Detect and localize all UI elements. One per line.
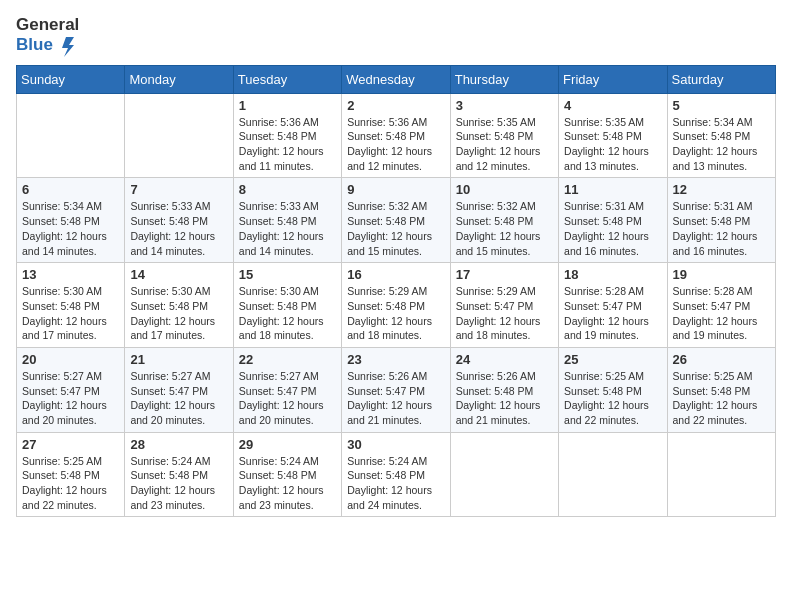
sunset-text: Sunset: 5:48 PM — [347, 215, 425, 227]
day-number: 19 — [673, 267, 770, 282]
sunrise-text: Sunrise: 5:29 AM — [347, 285, 427, 297]
day-info: Sunrise: 5:26 AMSunset: 5:47 PMDaylight:… — [347, 369, 444, 428]
day-info: Sunrise: 5:24 AMSunset: 5:48 PMDaylight:… — [347, 454, 444, 513]
sunset-text: Sunset: 5:47 PM — [564, 300, 642, 312]
sunset-text: Sunset: 5:48 PM — [456, 385, 534, 397]
day-info: Sunrise: 5:33 AMSunset: 5:48 PMDaylight:… — [130, 199, 227, 258]
sunset-text: Sunset: 5:48 PM — [239, 300, 317, 312]
calendar-cell: 30Sunrise: 5:24 AMSunset: 5:48 PMDayligh… — [342, 432, 450, 517]
daylight-text: Daylight: 12 hours and 21 minutes. — [347, 399, 432, 426]
calendar-cell: 7Sunrise: 5:33 AMSunset: 5:48 PMDaylight… — [125, 178, 233, 263]
sunrise-text: Sunrise: 5:24 AM — [347, 455, 427, 467]
col-header-wednesday: Wednesday — [342, 65, 450, 93]
sunrise-text: Sunrise: 5:30 AM — [22, 285, 102, 297]
daylight-text: Daylight: 12 hours and 14 minutes. — [239, 230, 324, 257]
daylight-text: Daylight: 12 hours and 19 minutes. — [673, 315, 758, 342]
sunset-text: Sunset: 5:48 PM — [564, 385, 642, 397]
daylight-text: Daylight: 12 hours and 22 minutes. — [673, 399, 758, 426]
sunset-text: Sunset: 5:47 PM — [130, 385, 208, 397]
calendar-cell — [667, 432, 775, 517]
day-number: 30 — [347, 437, 444, 452]
sunset-text: Sunset: 5:48 PM — [239, 469, 317, 481]
day-number: 5 — [673, 98, 770, 113]
sunrise-text: Sunrise: 5:31 AM — [564, 200, 644, 212]
daylight-text: Daylight: 12 hours and 17 minutes. — [130, 315, 215, 342]
daylight-text: Daylight: 12 hours and 18 minutes. — [239, 315, 324, 342]
day-info: Sunrise: 5:31 AMSunset: 5:48 PMDaylight:… — [673, 199, 770, 258]
day-info: Sunrise: 5:30 AMSunset: 5:48 PMDaylight:… — [239, 284, 336, 343]
day-info: Sunrise: 5:26 AMSunset: 5:48 PMDaylight:… — [456, 369, 553, 428]
day-number: 29 — [239, 437, 336, 452]
day-number: 17 — [456, 267, 553, 282]
sunrise-text: Sunrise: 5:29 AM — [456, 285, 536, 297]
col-header-tuesday: Tuesday — [233, 65, 341, 93]
sunrise-text: Sunrise: 5:28 AM — [564, 285, 644, 297]
daylight-text: Daylight: 12 hours and 20 minutes. — [239, 399, 324, 426]
sunset-text: Sunset: 5:47 PM — [239, 385, 317, 397]
logo-arrow-icon — [56, 35, 78, 57]
sunrise-text: Sunrise: 5:24 AM — [239, 455, 319, 467]
sunset-text: Sunset: 5:48 PM — [564, 215, 642, 227]
col-header-monday: Monday — [125, 65, 233, 93]
daylight-text: Daylight: 12 hours and 17 minutes. — [22, 315, 107, 342]
sunset-text: Sunset: 5:48 PM — [239, 130, 317, 142]
calendar-cell: 21Sunrise: 5:27 AMSunset: 5:47 PMDayligh… — [125, 347, 233, 432]
sunset-text: Sunset: 5:48 PM — [130, 469, 208, 481]
logo: General Blue — [16, 16, 79, 57]
sunrise-text: Sunrise: 5:30 AM — [130, 285, 210, 297]
day-info: Sunrise: 5:31 AMSunset: 5:48 PMDaylight:… — [564, 199, 661, 258]
sunrise-text: Sunrise: 5:25 AM — [22, 455, 102, 467]
calendar-cell — [559, 432, 667, 517]
daylight-text: Daylight: 12 hours and 21 minutes. — [456, 399, 541, 426]
calendar-cell: 26Sunrise: 5:25 AMSunset: 5:48 PMDayligh… — [667, 347, 775, 432]
day-number: 10 — [456, 182, 553, 197]
sunset-text: Sunset: 5:48 PM — [22, 300, 100, 312]
calendar-cell: 1Sunrise: 5:36 AMSunset: 5:48 PMDaylight… — [233, 93, 341, 178]
sunrise-text: Sunrise: 5:25 AM — [564, 370, 644, 382]
col-header-sunday: Sunday — [17, 65, 125, 93]
calendar-week-row: 6Sunrise: 5:34 AMSunset: 5:48 PMDaylight… — [17, 178, 776, 263]
sunset-text: Sunset: 5:48 PM — [347, 300, 425, 312]
calendar-cell: 3Sunrise: 5:35 AMSunset: 5:48 PMDaylight… — [450, 93, 558, 178]
day-number: 25 — [564, 352, 661, 367]
sunset-text: Sunset: 5:47 PM — [673, 300, 751, 312]
sunrise-text: Sunrise: 5:32 AM — [456, 200, 536, 212]
day-info: Sunrise: 5:28 AMSunset: 5:47 PMDaylight:… — [564, 284, 661, 343]
sunset-text: Sunset: 5:47 PM — [22, 385, 100, 397]
calendar-week-row: 13Sunrise: 5:30 AMSunset: 5:48 PMDayligh… — [17, 263, 776, 348]
sunrise-text: Sunrise: 5:28 AM — [673, 285, 753, 297]
day-info: Sunrise: 5:35 AMSunset: 5:48 PMDaylight:… — [456, 115, 553, 174]
calendar-cell: 9Sunrise: 5:32 AMSunset: 5:48 PMDaylight… — [342, 178, 450, 263]
calendar-cell: 19Sunrise: 5:28 AMSunset: 5:47 PMDayligh… — [667, 263, 775, 348]
sunset-text: Sunset: 5:48 PM — [239, 215, 317, 227]
day-info: Sunrise: 5:28 AMSunset: 5:47 PMDaylight:… — [673, 284, 770, 343]
calendar-cell: 29Sunrise: 5:24 AMSunset: 5:48 PMDayligh… — [233, 432, 341, 517]
sunrise-text: Sunrise: 5:36 AM — [347, 116, 427, 128]
calendar-cell: 6Sunrise: 5:34 AMSunset: 5:48 PMDaylight… — [17, 178, 125, 263]
day-info: Sunrise: 5:36 AMSunset: 5:48 PMDaylight:… — [347, 115, 444, 174]
day-number: 8 — [239, 182, 336, 197]
calendar-cell: 23Sunrise: 5:26 AMSunset: 5:47 PMDayligh… — [342, 347, 450, 432]
daylight-text: Daylight: 12 hours and 18 minutes. — [347, 315, 432, 342]
day-info: Sunrise: 5:24 AMSunset: 5:48 PMDaylight:… — [130, 454, 227, 513]
sunrise-text: Sunrise: 5:26 AM — [456, 370, 536, 382]
sunrise-text: Sunrise: 5:36 AM — [239, 116, 319, 128]
daylight-text: Daylight: 12 hours and 15 minutes. — [347, 230, 432, 257]
sunrise-text: Sunrise: 5:35 AM — [456, 116, 536, 128]
calendar-cell: 16Sunrise: 5:29 AMSunset: 5:48 PMDayligh… — [342, 263, 450, 348]
calendar-cell — [17, 93, 125, 178]
day-info: Sunrise: 5:35 AMSunset: 5:48 PMDaylight:… — [564, 115, 661, 174]
daylight-text: Daylight: 12 hours and 16 minutes. — [564, 230, 649, 257]
calendar-cell: 8Sunrise: 5:33 AMSunset: 5:48 PMDaylight… — [233, 178, 341, 263]
day-number: 22 — [239, 352, 336, 367]
day-number: 28 — [130, 437, 227, 452]
day-number: 13 — [22, 267, 119, 282]
day-info: Sunrise: 5:25 AMSunset: 5:48 PMDaylight:… — [673, 369, 770, 428]
calendar-cell: 18Sunrise: 5:28 AMSunset: 5:47 PMDayligh… — [559, 263, 667, 348]
day-number: 3 — [456, 98, 553, 113]
daylight-text: Daylight: 12 hours and 22 minutes. — [564, 399, 649, 426]
calendar-week-row: 1Sunrise: 5:36 AMSunset: 5:48 PMDaylight… — [17, 93, 776, 178]
daylight-text: Daylight: 12 hours and 22 minutes. — [22, 484, 107, 511]
daylight-text: Daylight: 12 hours and 16 minutes. — [673, 230, 758, 257]
day-info: Sunrise: 5:30 AMSunset: 5:48 PMDaylight:… — [22, 284, 119, 343]
